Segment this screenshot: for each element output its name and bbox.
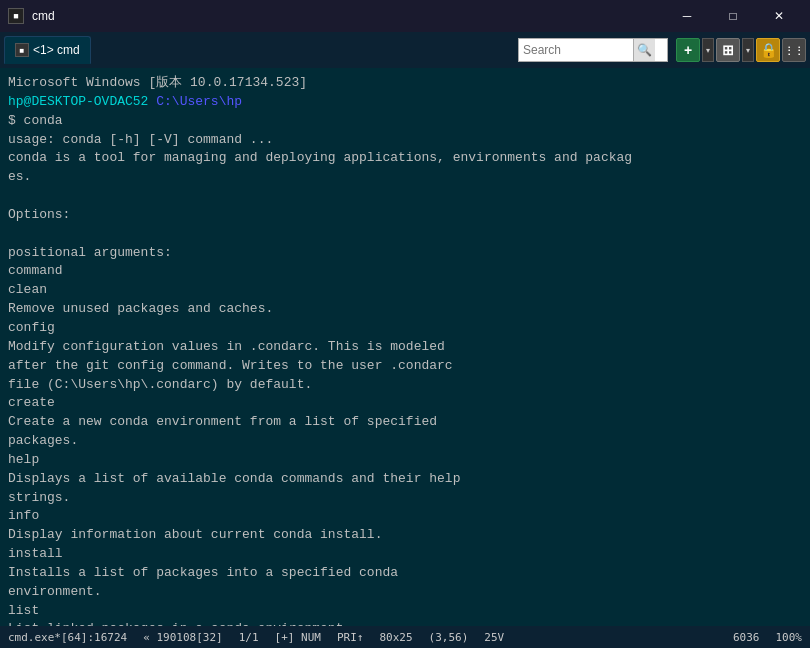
terminal-line-7: es. xyxy=(8,168,802,187)
maximize-button[interactable]: □ xyxy=(710,0,756,32)
layout-button[interactable]: ⊞ xyxy=(716,38,740,62)
search-button[interactable]: 🔍 xyxy=(633,39,655,61)
layout-dropdown[interactable]: ▾ xyxy=(742,38,754,62)
status-pos3: [+] NUM xyxy=(275,631,321,644)
status-pos4: PRI↑ xyxy=(337,631,364,644)
terminal-config-name: config xyxy=(8,319,802,338)
search-input[interactable] xyxy=(523,43,633,57)
terminal-install-desc1: Installs a list of packages into a speci… xyxy=(8,564,802,583)
tab-cmd-label: <1> cmd xyxy=(33,43,80,57)
status-zoom: 25V xyxy=(484,631,504,644)
search-box: 🔍 xyxy=(518,38,668,62)
terminal-line-8 xyxy=(8,187,802,206)
terminal-area[interactable]: Microsoft Windows [版本 10.0.17134.523] hp… xyxy=(0,68,810,626)
terminal-clean-desc: Remove unused packages and caches. xyxy=(8,300,802,319)
status-size: 6036 xyxy=(733,631,760,644)
terminal-install-desc2: environment. xyxy=(8,583,802,602)
terminal-info-name: info xyxy=(8,507,802,526)
terminal-create-desc1: Create a new conda environment from a li… xyxy=(8,413,802,432)
terminal-line-4: usage: conda [-h] [-V] command ... xyxy=(8,131,802,150)
terminal-line-1: Microsoft Windows [版本 10.0.17134.523] xyxy=(8,74,802,93)
terminal-list-name: list xyxy=(8,602,802,621)
tab-cmd[interactable]: ■ <1> cmd xyxy=(4,36,91,64)
terminal-help-desc2: strings. xyxy=(8,489,802,508)
terminal-clean-name: clean xyxy=(8,281,802,300)
terminal-line-11: positional arguments: xyxy=(8,244,802,263)
terminal-prompt-line: hp@DESKTOP-OVDAC52 C:\Users\hp xyxy=(8,93,802,112)
terminal-create-name: create xyxy=(8,394,802,413)
status-pos2: 1/1 xyxy=(239,631,259,644)
toolbar-icons: + ▾ ⊞ ▾ 🔒 ⋮⋮ xyxy=(676,38,806,62)
tab-bar: ■ <1> cmd 🔍 + ▾ ⊞ ▾ 🔒 ⋮⋮ xyxy=(0,32,810,68)
new-tab-button[interactable]: + xyxy=(676,38,700,62)
terminal-line-9: Options: xyxy=(8,206,802,225)
status-cursor: (3,56) xyxy=(429,631,469,644)
status-right: 6036 100% xyxy=(733,631,802,644)
terminal-line-10 xyxy=(8,225,802,244)
new-tab-dropdown[interactable]: ▾ xyxy=(702,38,714,62)
window-controls: ─ □ ✕ xyxy=(664,0,802,32)
terminal-create-desc2: packages. xyxy=(8,432,802,451)
settings-button[interactable]: ⋮⋮ xyxy=(782,38,806,62)
app-icon: ■ xyxy=(8,8,24,24)
terminal-help-desc1: Displays a list of available conda comma… xyxy=(8,470,802,489)
terminal-line-3: $ conda xyxy=(8,112,802,131)
terminal-path: C:\Users\hp xyxy=(148,94,242,109)
status-bar: cmd.exe*[64]:16724 « 190108[32] 1/1 [+] … xyxy=(0,626,810,648)
status-dimensions: 80x25 xyxy=(379,631,412,644)
terminal-config-desc2: after the git config command. Writes to … xyxy=(8,357,802,376)
close-button[interactable]: ✕ xyxy=(756,0,802,32)
terminal-info-desc: Display information about current conda … xyxy=(8,526,802,545)
terminal-config-desc1: Modify configuration values in .condarc.… xyxy=(8,338,802,357)
terminal-line-12: command xyxy=(8,262,802,281)
lock-button[interactable]: 🔒 xyxy=(756,38,780,62)
minimize-button[interactable]: ─ xyxy=(664,0,710,32)
title-bar: ■ cmd ─ □ ✕ xyxy=(0,0,810,32)
terminal-config-desc3: file (C:\Users\hp\.condarc) by default. xyxy=(8,376,802,395)
status-exe: cmd.exe*[64]:16724 xyxy=(8,631,127,644)
title-bar-text: cmd xyxy=(32,9,664,23)
terminal-line-6: conda is a tool for managing and deployi… xyxy=(8,149,802,168)
status-pos1: « 190108[32] xyxy=(143,631,222,644)
tab-cmd-icon: ■ xyxy=(15,43,29,57)
terminal-user: hp@DESKTOP-OVDAC52 xyxy=(8,94,148,109)
status-scale: 100% xyxy=(776,631,803,644)
terminal-install-name: install xyxy=(8,545,802,564)
terminal-help-name: help xyxy=(8,451,802,470)
